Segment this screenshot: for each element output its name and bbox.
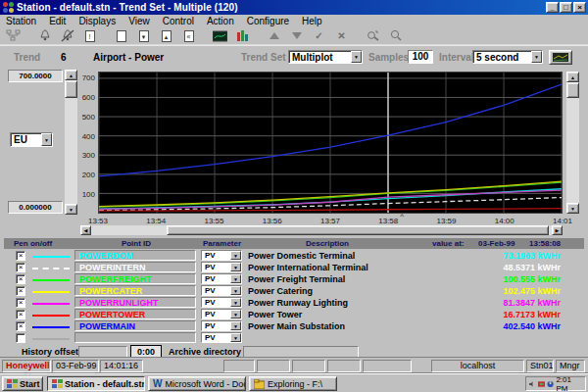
point-description: Power Runway Lighting: [248, 298, 434, 308]
point-id-field[interactable]: POWERFREIGHT: [74, 273, 196, 284]
restore-button[interactable]: □: [560, 2, 572, 13]
page-up-icon[interactable]: ▴: [157, 28, 175, 44]
chevron-down-icon[interactable]: ▼: [230, 333, 241, 342]
pen-checkbox[interactable]: ×: [16, 274, 25, 284]
alarm-silence-icon[interactable]: [58, 28, 76, 44]
range-min-field[interactable]: 0.000000: [8, 201, 63, 214]
chevron-down-icon[interactable]: ▼: [41, 133, 52, 146]
time-scrollbar-thumb[interactable]: [167, 225, 549, 235]
station-app-icon: [52, 379, 62, 388]
chevron-down-icon[interactable]: ▼: [230, 321, 241, 330]
chevron-down-icon[interactable]: ▼: [531, 51, 542, 63]
parameter-select[interactable]: PV▼: [201, 285, 242, 296]
status-bar: Honeywell 03-Feb-99 14:01:16 localhost S…: [0, 357, 588, 373]
chevron-down-icon[interactable]: ▼: [230, 251, 241, 260]
cursor-marker[interactable]: ^: [385, 212, 418, 220]
page-back-icon[interactable]: «: [179, 28, 198, 44]
scroll-down-icon[interactable]: ▼: [566, 203, 579, 214]
chevron-down-icon[interactable]: ▼: [230, 274, 241, 283]
parameter-select[interactable]: PV▼: [201, 309, 242, 319]
alarm-bell-icon[interactable]: [35, 28, 54, 44]
connect-icon[interactable]: [4, 28, 23, 44]
range-max-field[interactable]: 700.0000: [8, 70, 63, 82]
message-icon[interactable]: !: [80, 28, 99, 44]
scroll-left-icon[interactable]: ◀: [80, 225, 91, 235]
point-value: 402.540 kWHr: [421, 321, 561, 331]
menu-control[interactable]: Control: [163, 16, 194, 26]
point-description: Power Catering: [248, 286, 434, 296]
pen-checkbox[interactable]: ×: [16, 321, 25, 331]
associated-display-icon[interactable]: [211, 28, 229, 44]
menu-help[interactable]: Help: [302, 16, 322, 26]
point-id-field[interactable]: POWERRUNLIGHT: [74, 297, 196, 308]
point-id-field[interactable]: POWERINTERN: [74, 262, 196, 272]
menu-station[interactable]: Station: [6, 16, 36, 26]
pen-color-sample: [32, 291, 70, 293]
pen-color-sample: [32, 338, 70, 340]
zoom-icon[interactable]: [386, 28, 405, 44]
point-id-field[interactable]: POWERTOWER: [74, 309, 196, 319]
trend-plot[interactable]: [98, 72, 563, 214]
x-tick-label: 14:00: [488, 217, 521, 225]
samples-input[interactable]: 100: [408, 50, 433, 64]
menu-action[interactable]: Action: [207, 16, 234, 26]
menu-edit[interactable]: Edit: [49, 16, 66, 26]
point-description: Power Main Substation: [248, 321, 434, 331]
chevron-down-icon[interactable]: ▼: [230, 310, 241, 318]
trend-bars-icon[interactable]: [233, 28, 252, 44]
acknowledge-icon[interactable]: [364, 28, 382, 44]
volume-icon[interactable]: [529, 380, 536, 388]
task-station[interactable]: Station - default.stn -...: [47, 376, 145, 391]
pen-checkbox[interactable]: ×: [16, 251, 25, 261]
system-tray: 2:01 PM: [525, 376, 586, 391]
pen-checkbox[interactable]: [16, 333, 25, 343]
y-tick-label: 400: [74, 132, 95, 141]
accept-icon[interactable]: ✓: [310, 28, 328, 44]
chevron-down-icon[interactable]: ▼: [230, 286, 241, 295]
lower-icon[interactable]: [287, 28, 306, 44]
eu-select[interactable]: EU ▼: [10, 132, 53, 147]
status-cell-empty: [292, 360, 325, 372]
pen-checkbox[interactable]: ×: [16, 298, 25, 308]
tray-app-icon[interactable]: [538, 380, 545, 388]
task-word[interactable]: W Microsoft Word - Document: [148, 376, 246, 391]
point-id-field[interactable]: POWERDOM: [74, 250, 196, 261]
point-id-field[interactable]: POWERMAIN: [74, 320, 196, 331]
task-explorer[interactable]: Exploring - F:\: [249, 376, 337, 391]
page-icon[interactable]: [112, 28, 130, 44]
parameter-select[interactable]: PV▼: [201, 320, 242, 331]
chevron-down-icon[interactable]: ▼: [230, 298, 241, 307]
point-id-field[interactable]: POWERCATER: [74, 285, 196, 296]
raise-icon[interactable]: [265, 28, 283, 44]
chevron-down-icon[interactable]: ▼: [351, 51, 362, 63]
pen-checkbox[interactable]: ×: [16, 286, 25, 296]
parameter-select[interactable]: PV▼: [201, 262, 242, 272]
title-bar: Station - default.stn - Trend Set - Mult…: [0, 0, 588, 15]
start-button[interactable]: Start: [2, 376, 43, 391]
pen-checkbox[interactable]: ×: [16, 310, 25, 319]
parameter-select[interactable]: PV▼: [201, 297, 242, 308]
right-scrollbar-thumb[interactable]: [566, 82, 579, 98]
status-cell-empty: [223, 360, 255, 372]
minimize-button[interactable]: _: [546, 2, 559, 13]
point-id-field[interactable]: [74, 332, 196, 343]
interval-select[interactable]: 5 second ▼: [472, 50, 543, 64]
page-down-icon[interactable]: ▾: [134, 28, 153, 44]
parameter-select[interactable]: PV▼: [201, 332, 242, 343]
menu-view[interactable]: View: [128, 16, 150, 26]
close-button[interactable]: ×: [573, 2, 586, 13]
parameter-select[interactable]: PV▼: [201, 273, 242, 284]
scroll-up-icon[interactable]: ▲: [566, 72, 579, 82]
clear-icon[interactable]: ✕: [332, 28, 351, 44]
tray-app-icon[interactable]: [547, 380, 554, 388]
pen-table-header: Pen on/off Point ID Parameter Descriptio…: [4, 238, 584, 249]
chevron-down-icon[interactable]: ▼: [230, 263, 241, 271]
scroll-right-icon[interactable]: ▶: [552, 225, 563, 235]
menu-configure[interactable]: Configure: [247, 16, 289, 26]
pen-checkbox[interactable]: ×: [16, 263, 25, 272]
parameter-select[interactable]: PV▼: [201, 250, 242, 261]
trend-set-select[interactable]: Multiplot ▼: [288, 50, 363, 64]
x-tick-label: 13:54: [139, 217, 172, 225]
menu-displays[interactable]: Displays: [78, 16, 116, 26]
trend-config-button[interactable]: [549, 50, 572, 65]
